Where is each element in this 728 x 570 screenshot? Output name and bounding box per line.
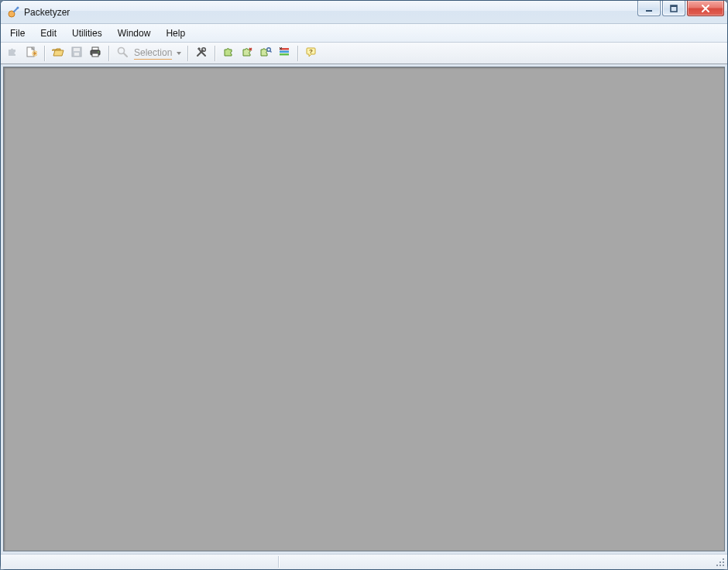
svg-rect-25 <box>716 565 718 566</box>
svg-rect-4 <box>671 5 677 7</box>
print-button[interactable] <box>87 45 104 62</box>
svg-rect-12 <box>92 53 98 57</box>
menu-window[interactable]: Window <box>110 25 159 42</box>
help-button[interactable]: ? <box>303 45 320 62</box>
maximize-button[interactable] <box>662 1 685 16</box>
folder-open-icon <box>52 46 64 60</box>
toolbar-separator <box>215 46 215 61</box>
svg-rect-22 <box>723 558 724 560</box>
menu-file[interactable]: File <box>2 25 33 42</box>
selection-label: Selection <box>134 47 172 60</box>
toolbar: Selection <box>1 43 727 64</box>
color-chart-button[interactable] <box>276 45 293 62</box>
menu-bar: File Edit Utilities Window Help <box>1 24 727 43</box>
zoom-button[interactable] <box>114 45 131 62</box>
window-title: Packetyzer <box>24 7 70 18</box>
svg-rect-20 <box>280 53 289 56</box>
save-button[interactable] <box>68 45 85 62</box>
svg-point-13 <box>98 51 99 53</box>
svg-point-1 <box>17 6 19 9</box>
puzzle-piece-icon <box>222 46 235 60</box>
toolbar-separator <box>108 46 109 61</box>
mdi-workspace <box>3 67 725 551</box>
minimize-button[interactable] <box>637 1 661 16</box>
selection-dropdown[interactable] <box>175 45 183 62</box>
magnifier-icon <box>116 46 129 60</box>
toolbar-separator <box>44 46 45 61</box>
menu-utilities[interactable]: Utilities <box>64 25 110 42</box>
svg-rect-2 <box>646 10 652 12</box>
svg-rect-10 <box>92 47 98 50</box>
capture-button[interactable] <box>4 45 21 62</box>
status-separator <box>278 556 279 568</box>
menu-edit[interactable]: Edit <box>33 25 64 42</box>
svg-rect-19 <box>280 51 289 53</box>
chevron-down-icon <box>176 48 182 59</box>
crossed-tools-icon <box>195 46 208 60</box>
new-document-icon <box>25 46 37 60</box>
new-document-button[interactable] <box>22 45 39 62</box>
open-button[interactable] <box>50 45 67 62</box>
color-bars-icon <box>278 46 290 60</box>
toolbar-separator <box>187 46 188 61</box>
printer-icon <box>89 46 101 60</box>
plugin-1-button[interactable] <box>220 45 237 62</box>
toolbar-separator <box>297 46 298 61</box>
plugin-3-button[interactable] <box>257 45 274 62</box>
plugin-2-button[interactable] <box>239 45 256 62</box>
status-bar <box>1 554 727 569</box>
tools-button[interactable] <box>193 45 210 62</box>
window-controls <box>637 1 724 16</box>
svg-rect-9 <box>74 53 79 56</box>
application-window: Packetyzer File Edit Utilities Window He… <box>0 0 728 570</box>
help-icon: ? <box>305 46 318 60</box>
puzzle-piece-icon <box>241 46 253 60</box>
title-bar[interactable]: Packetyzer <box>1 1 727 24</box>
svg-point-15 <box>202 48 206 52</box>
svg-rect-23 <box>719 561 721 563</box>
content-container <box>1 64 727 554</box>
menu-help[interactable]: Help <box>158 25 193 42</box>
svg-rect-24 <box>723 561 724 563</box>
svg-rect-8 <box>74 48 80 51</box>
close-button[interactable] <box>687 1 724 16</box>
svg-rect-27 <box>723 565 724 566</box>
svg-rect-26 <box>719 565 721 566</box>
puzzle-search-icon <box>259 46 272 60</box>
app-icon <box>7 6 19 19</box>
puzzle-icon <box>6 46 19 60</box>
svg-text:?: ? <box>309 48 313 55</box>
resize-grip[interactable] <box>715 557 726 568</box>
floppy-icon <box>70 46 83 60</box>
